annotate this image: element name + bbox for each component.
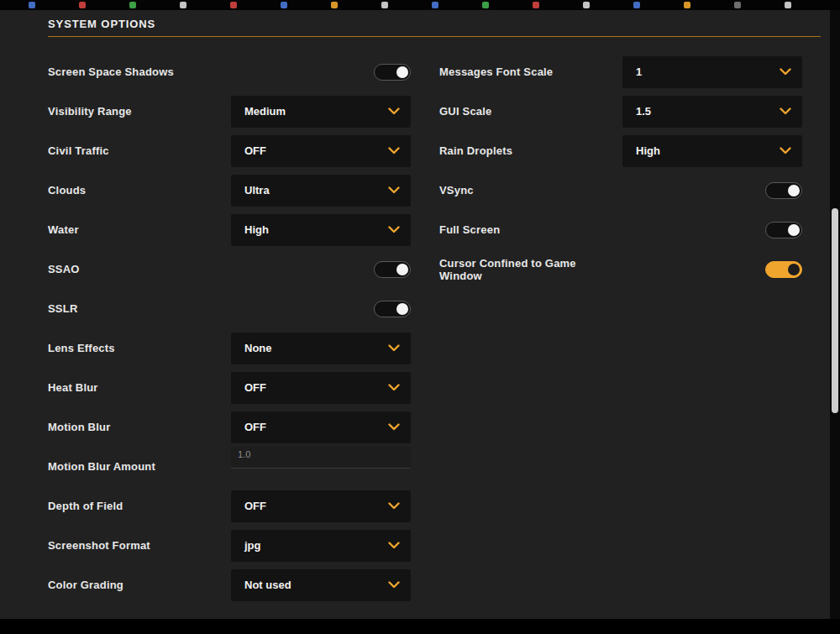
setting-row-clouds: Clouds Ultra [48, 170, 411, 210]
color-grading-select[interactable]: Not used [231, 569, 411, 601]
select-value: OFF [244, 500, 388, 512]
right-settings-column: Messages Font Scale 1 GUI Scale 1.5 Rain… [439, 52, 802, 289]
screenshot-format-select[interactable]: jpg [231, 530, 411, 562]
taskbar-icon[interactable] [785, 2, 791, 8]
rain-droplets-select[interactable]: High [622, 135, 802, 167]
taskbar-icon[interactable] [180, 2, 186, 8]
setting-label: SSLR [48, 302, 231, 315]
setting-row-screen-space-shadows: Screen Space Shadows [48, 52, 411, 92]
setting-label: Motion Blur [48, 421, 231, 433]
scrollbar-thumb[interactable] [832, 208, 838, 413]
select-value: OFF [244, 421, 388, 433]
setting-label: Cursor Confined to Game Window [439, 257, 622, 282]
select-value: High [636, 144, 780, 157]
taskbar-icon[interactable] [381, 2, 388, 8]
bottom-bar [0, 619, 840, 634]
toggle-knob [396, 264, 408, 275]
taskbar-icon[interactable] [684, 2, 690, 8]
chevron-down-icon [388, 502, 400, 510]
taskbar-icon[interactable] [230, 2, 237, 8]
taskbar-icon[interactable] [29, 2, 35, 8]
setting-label: Motion Blur Amount [48, 460, 231, 473]
setting-label: Lens Effects [48, 342, 231, 354]
left-settings-column: Screen Space Shadows Visibility Range Me… [48, 52, 411, 605]
chevron-down-icon [388, 344, 400, 352]
vsync-toggle[interactable] [765, 182, 802, 199]
setting-label: SSAO [48, 263, 231, 275]
full-screen-toggle[interactable] [765, 222, 802, 238]
setting-label: Civil Traffic [48, 144, 231, 157]
screen-space-shadows-toggle[interactable] [374, 64, 411, 81]
select-value: Not used [244, 579, 388, 591]
chevron-down-icon [388, 542, 400, 549]
select-value: 1.5 [636, 105, 780, 118]
taskbar-icon[interactable] [432, 2, 438, 8]
motion-blur-select[interactable]: OFF [231, 411, 411, 443]
setting-label: VSync [439, 184, 622, 196]
taskbar-icon[interactable] [633, 2, 640, 8]
visibility-range-select[interactable]: Medium [231, 96, 411, 128]
select-value: OFF [244, 381, 388, 394]
setting-label: GUI Scale [439, 105, 622, 118]
select-value: None [244, 342, 388, 354]
setting-row-screenshot-format: Screenshot Format jpg [48, 526, 411, 565]
setting-row-sslr: SSLR [48, 289, 411, 328]
heat-blur-select[interactable]: OFF [231, 372, 411, 404]
chevron-down-icon [388, 226, 400, 233]
toggle-knob [788, 185, 800, 196]
setting-label: Screen Space Shadows [48, 65, 231, 78]
setting-label: Clouds [48, 184, 231, 196]
depth-of-field-select[interactable]: OFF [231, 490, 411, 522]
water-select[interactable]: High [231, 214, 411, 246]
ssao-toggle[interactable] [374, 261, 411, 278]
setting-row-ssao: SSAO [48, 249, 411, 289]
toggle-knob [788, 224, 800, 236]
chevron-down-icon [388, 581, 400, 589]
messages-font-scale-select[interactable]: 1 [622, 56, 802, 88]
chevron-down-icon [388, 186, 400, 194]
setting-row-visibility-range: Visibility Range Medium [48, 92, 411, 131]
page-title: SYSTEM OPTIONS [48, 18, 155, 30]
select-value: High [244, 223, 388, 236]
setting-row-messages-font-scale: Messages Font Scale 1 [439, 52, 802, 92]
toggle-knob [396, 66, 408, 78]
setting-row-water: Water High [48, 210, 411, 249]
setting-row-vsync: VSync [439, 170, 802, 210]
sslr-toggle[interactable] [374, 301, 411, 317]
setting-label: Screenshot Format [48, 539, 231, 552]
taskbar-icon[interactable] [331, 2, 338, 8]
taskbar-icon[interactable] [583, 2, 590, 8]
taskbar-icon[interactable] [281, 2, 287, 8]
chevron-down-icon [780, 68, 791, 76]
cursor-confined-toggle[interactable] [765, 261, 802, 278]
header-divider [48, 36, 821, 37]
setting-row-depth-of-field: Depth of Field OFF [48, 486, 411, 526]
gui-scale-select[interactable]: 1.5 [622, 96, 802, 128]
motion-blur-amount-input[interactable]: 1.0 [231, 447, 411, 469]
taskbar-icon[interactable] [734, 2, 741, 8]
chevron-down-icon [388, 147, 400, 155]
setting-row-rain-droplets: Rain Droplets High [439, 131, 802, 170]
taskbar-icon[interactable] [533, 2, 539, 8]
taskbar-icon[interactable] [482, 2, 489, 8]
system-options-panel: SYSTEM OPTIONS Screen Space Shadows Visi… [0, 10, 830, 619]
taskbar-icon[interactable] [129, 2, 136, 8]
setting-label: Visibility Range [48, 105, 231, 118]
input-value: 1.0 [238, 449, 250, 459]
chevron-down-icon [388, 107, 400, 115]
civil-traffic-select[interactable]: OFF [231, 135, 411, 167]
toggle-knob [396, 303, 408, 315]
setting-row-heat-blur: Heat Blur OFF [48, 368, 411, 407]
select-value: OFF [244, 144, 388, 157]
lens-effects-select[interactable]: None [231, 333, 411, 364]
setting-label: Color Grading [48, 579, 231, 591]
setting-row-cursor-confined: Cursor Confined to Game Window [439, 249, 802, 289]
toggle-knob [788, 264, 800, 275]
taskbar-icon[interactable] [79, 2, 86, 8]
setting-row-full-screen: Full Screen [439, 210, 802, 249]
select-value: 1 [636, 65, 780, 78]
scrollbar[interactable] [830, 10, 840, 619]
clouds-select[interactable]: Ultra [231, 175, 411, 207]
setting-label: Heat Blur [48, 381, 231, 394]
setting-row-lens-effects: Lens Effects None [48, 328, 411, 368]
